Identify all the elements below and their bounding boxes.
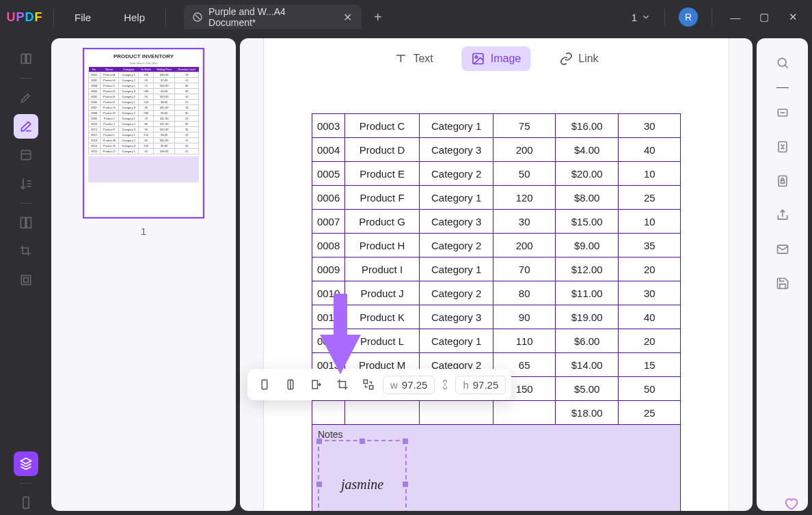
table-cell: Category 1 xyxy=(419,186,493,210)
table-cell: Product K xyxy=(345,305,420,329)
table-cell: 75 xyxy=(493,114,556,138)
avatar[interactable]: R xyxy=(679,8,698,27)
image-edit-toolbar: w 97.25 h 97.25 xyxy=(247,369,511,400)
height-label: h xyxy=(463,379,468,391)
table-cell: 80 xyxy=(493,281,556,305)
close-tab-button[interactable]: ✕ xyxy=(340,11,355,24)
mode-link[interactable]: Link xyxy=(550,46,608,71)
svg-point-8 xyxy=(476,56,478,58)
table-cell: 20 xyxy=(619,258,681,281)
table-cell: 70 xyxy=(493,258,556,281)
width-value: 97.25 xyxy=(402,379,428,391)
height-input[interactable]: h 97.25 xyxy=(455,376,506,394)
tool-search[interactable] xyxy=(770,51,795,75)
table-cell: Category 1 xyxy=(419,329,493,353)
tool-fill-sign[interactable] xyxy=(14,171,38,196)
table-row: 0012Product LCategory 1110$6.0020 xyxy=(312,329,681,353)
tool-compress[interactable] xyxy=(770,135,795,159)
width-label: w xyxy=(390,379,398,391)
crop-button[interactable] xyxy=(331,373,354,396)
maximize-button[interactable]: ▢ xyxy=(755,11,774,23)
svg-rect-2 xyxy=(21,218,25,228)
table-cell: 10 xyxy=(619,162,681,186)
replace-button[interactable] xyxy=(357,373,380,396)
rotate-left-button[interactable] xyxy=(253,373,276,396)
table-cell: 0006 xyxy=(312,186,345,210)
table-cell: $9.00 xyxy=(555,234,619,258)
tool-save[interactable] xyxy=(770,271,795,296)
page-thumbnail[interactable]: PRODUCT INVENTORY Date: March 25th 2024 … xyxy=(83,48,204,219)
table-cell: 0007 xyxy=(312,210,345,234)
page-indicator[interactable]: 1 xyxy=(632,12,651,23)
table-cell: 35 xyxy=(619,234,681,258)
tool-crop[interactable] xyxy=(14,239,38,264)
table-cell: Category 1 xyxy=(419,114,493,138)
table-cell: Product C xyxy=(345,114,420,138)
tool-edit[interactable] xyxy=(14,114,38,139)
tool-highlight[interactable] xyxy=(14,85,38,110)
resize-handle[interactable] xyxy=(403,439,408,444)
table-cell: 0011 xyxy=(312,305,345,329)
table-cell: 30 xyxy=(619,114,681,138)
table-row: $18.0025 xyxy=(312,401,681,425)
extract-button[interactable] xyxy=(305,373,328,396)
tool-email[interactable] xyxy=(770,237,795,262)
link-dimensions-button[interactable] xyxy=(437,378,452,391)
table-cell: $8.00 xyxy=(555,186,619,210)
svg-rect-15 xyxy=(262,380,267,389)
table-cell: Product F xyxy=(345,186,420,210)
table-cell: 25 xyxy=(619,186,681,210)
tool-protect[interactable] xyxy=(770,169,795,193)
tool-phone[interactable] xyxy=(14,490,38,515)
menu-file[interactable]: File xyxy=(58,12,107,23)
thumb-number: 1 xyxy=(141,225,146,237)
tool-compare[interactable] xyxy=(14,210,38,235)
tool-watermark[interactable] xyxy=(14,268,38,292)
resize-handle[interactable] xyxy=(403,482,408,487)
minimize-button[interactable]: — xyxy=(726,12,745,23)
table-cell: 0004 xyxy=(312,138,345,162)
tool-reader[interactable] xyxy=(14,46,38,71)
table-cell: Category 3 xyxy=(419,210,493,234)
signature-selection[interactable]: jasmine xyxy=(318,440,407,511)
tool-ocr[interactable] xyxy=(770,100,795,125)
tool-share[interactable] xyxy=(770,203,795,227)
table-cell: $5.00 xyxy=(555,377,619,401)
table-cell: Product J xyxy=(345,281,420,305)
resize-handle[interactable] xyxy=(360,439,365,444)
table-cell: 30 xyxy=(619,281,681,305)
add-tab-button[interactable]: + xyxy=(374,10,382,25)
tool-layers[interactable] xyxy=(14,451,38,476)
table-cell: 50 xyxy=(493,162,556,186)
document-tab[interactable]: Purple and W...A4 Document* ✕ xyxy=(184,5,362,29)
table-cell: 90 xyxy=(493,305,556,329)
table-cell: 0008 xyxy=(312,234,345,258)
menu-help[interactable]: Help xyxy=(107,12,161,23)
mode-image[interactable]: Image xyxy=(462,46,530,71)
close-window-button[interactable]: ✕ xyxy=(783,11,802,23)
tool-organize[interactable] xyxy=(14,143,38,167)
table-cell: 20 xyxy=(619,329,681,353)
table-cell: Category 1 xyxy=(419,258,493,281)
rotate-right-button[interactable] xyxy=(279,373,302,396)
resize-handle[interactable] xyxy=(316,439,322,444)
chevron-down-icon xyxy=(641,12,651,22)
left-toolbar xyxy=(0,34,51,515)
table-row: 0004Product DCategory 3200$4.0040 xyxy=(312,138,681,162)
separator xyxy=(165,9,166,25)
resize-handle[interactable] xyxy=(316,482,322,487)
svg-rect-4 xyxy=(21,275,30,284)
width-input[interactable]: w 97.25 xyxy=(383,376,435,394)
table-cell: 40 xyxy=(619,138,681,162)
table-row: 0011Product KCategory 390$19.0040 xyxy=(312,305,681,329)
titlebar: UPDF File Help Purple and W...A4 Documen… xyxy=(0,0,812,34)
table-cell: Product L xyxy=(345,329,420,353)
document-canvas[interactable]: Text Image Link 0003Product CCategory 17… xyxy=(240,38,753,511)
table-cell: 30 xyxy=(493,210,556,234)
svg-rect-18 xyxy=(364,380,367,383)
table-cell: $12.00 xyxy=(555,258,619,281)
svg-rect-1 xyxy=(21,150,30,159)
thumbnail-panel: PRODUCT INVENTORY Date: March 25th 2024 … xyxy=(51,38,236,511)
table-cell: Product D xyxy=(345,138,420,162)
mode-text[interactable]: Text xyxy=(384,46,442,71)
